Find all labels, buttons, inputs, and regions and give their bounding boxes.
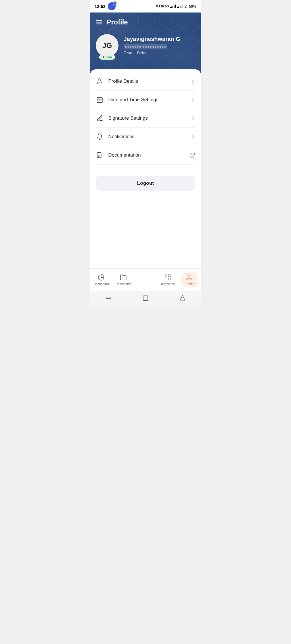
svg-line-15	[192, 153, 194, 156]
avatar-initials: JG	[102, 42, 112, 49]
menu-label-notifications: Notifications	[108, 134, 186, 140]
menu-label-signature: Signature Settings	[108, 115, 186, 121]
svg-rect-25	[143, 296, 148, 301]
user-email: ●●●●●●● ●●●●●●●●●●	[124, 44, 167, 49]
chevron-right-icon	[191, 97, 195, 102]
chevron-right-icon	[191, 134, 195, 139]
pen-icon	[96, 114, 104, 122]
sys-nav-back[interactable]	[178, 294, 186, 302]
menu-item-profile-details[interactable]: Profile Details	[96, 72, 195, 91]
status-indicators: VoLTE 5G ⏱ 59%	[156, 4, 196, 9]
menu-label-profile-details: Profile Details	[108, 78, 186, 84]
profile-nav-icon	[185, 274, 193, 281]
chevron-right-icon	[191, 116, 195, 121]
nav-label-templates: Templates	[161, 282, 175, 286]
profile-info: JG Admin Jayavigneshwaran G ●●●●●●● ●●●●…	[96, 34, 195, 57]
notification-badge: 1	[113, 1, 117, 5]
menu-item-signature[interactable]: Signature Settings	[96, 109, 195, 128]
profile-text: Jayavigneshwaran G ●●●●●●● ●●●●●●●●●● Te…	[124, 36, 195, 55]
nav-label-documents: Documents	[115, 282, 131, 286]
status-time: 12:52	[95, 4, 105, 9]
sys-nav-menu[interactable]	[105, 294, 113, 302]
svg-rect-6	[97, 97, 102, 103]
nav-item-dashboard[interactable]: Dashboard	[90, 273, 112, 287]
document-icon	[96, 151, 104, 159]
svg-rect-10	[99, 100, 99, 101]
profile-header: Profile JG Admin Jayavigneshwaran G ●●●●…	[90, 13, 201, 75]
svg-point-22	[188, 275, 190, 277]
nav-label-dashboard: Dashboard	[93, 282, 109, 286]
role-badge: Admin	[99, 55, 115, 60]
bell-icon	[96, 133, 104, 141]
main-content: Profile Details Date and Time Settings	[90, 69, 201, 268]
menu-item-notifications[interactable]: Notifications	[96, 128, 195, 146]
dashboard-icon	[97, 274, 105, 281]
hamburger-icon[interactable]	[96, 19, 103, 26]
svg-rect-18	[165, 275, 167, 277]
signal-icon-2	[177, 4, 183, 8]
battery-level: 59%	[189, 4, 196, 9]
user-icon	[96, 77, 104, 85]
logout-section: Logout	[90, 165, 201, 196]
documents-icon	[120, 274, 127, 281]
sys-nav-home[interactable]	[142, 294, 149, 302]
user-name: Jayavigneshwaran G	[124, 36, 195, 42]
svg-rect-21	[165, 278, 167, 280]
svg-rect-20	[168, 278, 170, 280]
system-nav-bar	[90, 291, 201, 307]
avatar: JG Admin	[96, 34, 119, 57]
svg-marker-26	[180, 296, 185, 300]
menu-list: Profile Details Date and Time Settings	[90, 72, 201, 165]
menu-item-documentation[interactable]: Documentation	[96, 146, 195, 165]
signal-icon	[170, 4, 176, 8]
bottom-nav: Dashboard Documents	[90, 268, 201, 291]
templates-icon	[164, 274, 171, 281]
bottom-nav-wrapper: Dashboard Documents	[90, 268, 201, 291]
user-team: Team - Default	[124, 51, 195, 55]
nav-label-profile: Profile	[185, 282, 194, 286]
calendar-icon	[96, 96, 104, 104]
logout-button[interactable]: Logout	[96, 176, 195, 191]
page-title: Profile	[107, 18, 128, 26]
menu-item-date-time[interactable]: Date and Time Settings	[96, 91, 195, 109]
menu-label-date-time: Date and Time Settings	[108, 97, 186, 103]
wifi-icon: 1	[108, 2, 116, 10]
status-bar: 12:52 1 VoLTE 5G ⏱ 59%	[90, 0, 201, 13]
external-link-icon	[190, 152, 195, 158]
svg-point-5	[99, 79, 101, 81]
nav-item-documents[interactable]: Documents	[112, 273, 134, 287]
nav-item-templates[interactable]: Templates	[157, 273, 179, 287]
chevron-right-icon	[191, 79, 195, 84]
nav-item-profile[interactable]: Profile	[179, 271, 201, 288]
header-top: Profile	[96, 18, 195, 26]
svg-rect-19	[168, 275, 170, 277]
menu-label-documentation: Documentation	[108, 152, 185, 158]
